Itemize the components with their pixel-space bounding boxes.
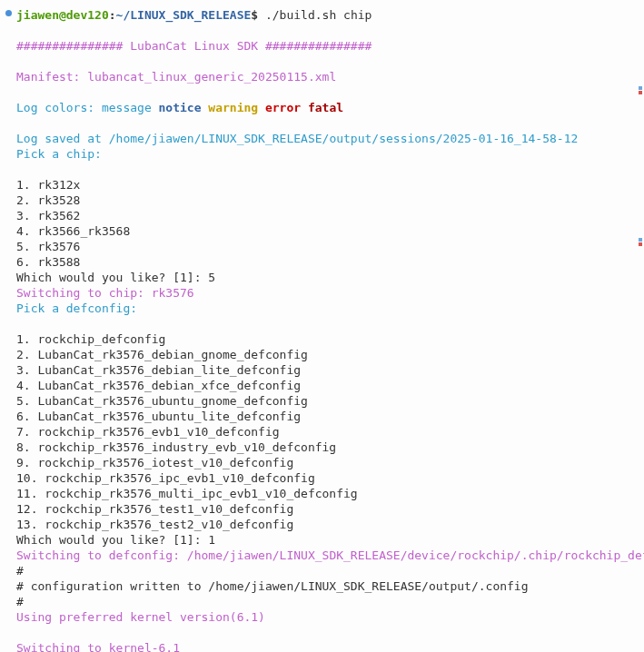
defconfig-option: 6. LubanCat_rk3576_ubuntu_lite_defconfig [16, 409, 628, 424]
scrollbar-mark-icon [639, 91, 642, 94]
defconfig-prompt[interactable]: Which would you like? [1]: 1 [16, 532, 628, 548]
chip-prompt[interactable]: Which would you like? [1]: 5 [16, 270, 628, 285]
chip-option: 6. rk3588 [16, 254, 628, 270]
chip-option: 2. rk3528 [16, 193, 628, 208]
pick-chip-label: Pick a chip: [16, 146, 628, 162]
kernel-switch: Switching to kernel-6.1 [16, 640, 628, 652]
config-hash: # [16, 563, 628, 578]
defconfig-option: 10. rockchip_rk3576_ipc_evb1_v10_defconf… [16, 470, 628, 486]
defconfig-option: 9. rockchip_rk3576_iotest_v10_defconfig [16, 455, 628, 470]
pick-defconfig-label: Pick a defconfig: [16, 301, 628, 316]
cwd: ~/LINUX_SDK_RELEASE [116, 8, 252, 22]
log-colors: Log colors: message notice warning error… [16, 100, 628, 115]
manifest: Manifest: lubancat_linux_generic_2025011… [16, 69, 628, 84]
chip-option: 1. rk312x [16, 177, 628, 193]
scrollbar-mark-icon [639, 242, 642, 246]
chip-option: 4. rk3566_rk3568 [16, 223, 628, 239]
defconfig-option: 12. rockchip_rk3576_test1_v10_defconfig [16, 501, 628, 517]
user-host: jiawen@dev120 [16, 8, 109, 22]
defconfig-option: 8. rockchip_rk3576_industry_evb_v10_defc… [16, 440, 628, 455]
defconfig-option: 3. LubanCat_rk3576_debian_lite_defconfig [16, 362, 628, 378]
switch-defconfig: Switching to defconfig: /home/jiawen/LIN… [16, 548, 628, 563]
prompt-line[interactable]: jiawen@dev120:~/LINUX_SDK_RELEASE$ ./bui… [16, 7, 628, 23]
banner: ############### LubanCat Linux SDK #####… [16, 38, 628, 54]
scrollbar-mark-icon [639, 238, 642, 242]
defconfig-option: 7. rockchip_rk3576_evb1_v10_defconfig [16, 424, 628, 440]
defconfig-option: 1. rockchip_defconfig [16, 331, 628, 347]
chip-option: 5. rk3576 [16, 239, 628, 254]
chip-option: 3. rk3562 [16, 208, 628, 223]
switch-chip: Switching to chip: rk3576 [16, 285, 628, 301]
defconfig-option: 4. LubanCat_rk3576_debian_xfce_defconfig [16, 378, 628, 393]
config-written: # configuration written to /home/jiawen/… [16, 578, 628, 594]
defconfig-option: 13. rockchip_rk3576_test2_v10_defconfig [16, 517, 628, 532]
defconfig-option: 2. LubanCat_rk3576_debian_gnome_defconfi… [16, 347, 628, 362]
status-dot-icon [5, 10, 12, 16]
command: ./build.sh chip [265, 8, 372, 22]
scrollbar-mark-icon [639, 86, 642, 90]
config-hash: # [16, 594, 628, 609]
defconfig-option: 5. LubanCat_rk3576_ubuntu_gnome_defconfi… [16, 393, 628, 409]
log-saved: Log saved at /home/jiawen/LINUX_SDK_RELE… [16, 131, 628, 146]
defconfig-option: 11. rockchip_rk3576_multi_ipc_evb1_v10_d… [16, 486, 628, 501]
kernel-preferred: Using preferred kernel version(6.1) [16, 609, 628, 625]
